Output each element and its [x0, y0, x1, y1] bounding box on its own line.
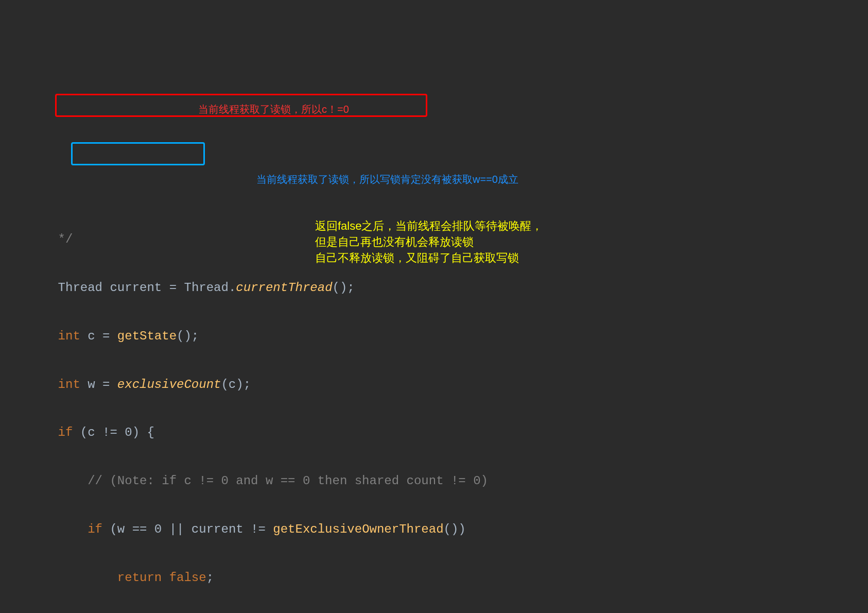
yellow-line-2: 但是自己再也没有机会释放读锁 — [315, 234, 543, 250]
annotation-yellow: 返回false之后，当前线程会排队等待被唤醒， 但是自己再也没有机会释放读锁 自… — [315, 218, 543, 266]
yellow-line-1: 返回false之后，当前线程会排队等待被唤醒， — [315, 218, 543, 234]
code-line[interactable]: int c = getState(); — [28, 324, 868, 348]
annotation-red: 当前线程获取了读锁，所以c！=0 — [198, 99, 349, 120]
annotation-blue: 当前线程获取了读锁，所以写锁肯定没有被获取w==0成立 — [256, 169, 518, 190]
code-line[interactable]: int w = exclusiveCount(c); — [28, 372, 868, 397]
yellow-line-3: 自己不释放读锁，又阻碍了自己获取写锁 — [315, 250, 543, 266]
code-line[interactable]: // (Note: if c != 0 and w == 0 then shar… — [28, 469, 868, 493]
code-line[interactable]: return false; — [28, 566, 868, 590]
code-line[interactable]: Thread current = Thread.currentThread(); — [28, 276, 868, 300]
code-line[interactable]: if (w == 0 || current != getExclusiveOwn… — [28, 517, 868, 541]
blue-highlight-box — [71, 142, 205, 165]
code-editor: 当前线程获取了读锁，所以c！=0 当前线程获取了读锁，所以写锁肯定没有被获取w=… — [0, 10, 868, 613]
code-line[interactable]: if (c != 0) { — [28, 420, 868, 445]
